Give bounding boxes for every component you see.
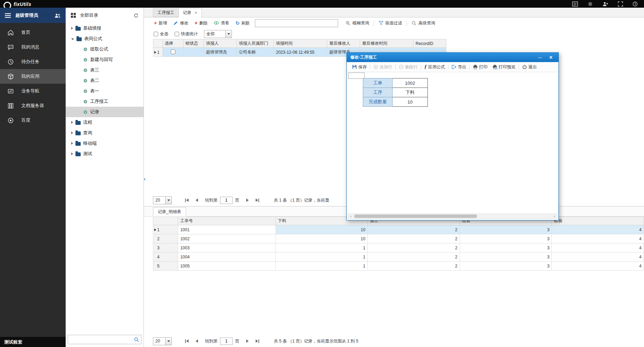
column-header[interactable]: 选择: [163, 39, 183, 48]
delete-button[interactable]: × 删除: [191, 20, 211, 26]
dialog-titlebar[interactable]: 修改-工序报工 ─ ×: [347, 53, 558, 62]
page-number-input[interactable]: [220, 197, 233, 204]
first-page-button[interactable]: [185, 198, 189, 202]
tab-process-report[interactable]: 工序报工: [153, 8, 179, 17]
column-header[interactable]: 填报人所属部门: [237, 39, 274, 48]
column-header[interactable]: 最后修改人: [327, 39, 360, 48]
tree-leaf-process-report[interactable]: 工序报工: [66, 96, 144, 107]
sidebar-item-home[interactable]: 首页: [0, 25, 66, 40]
scrollbar-track[interactable]: [353, 214, 552, 219]
hamburger-icon[interactable]: [5, 13, 11, 18]
print-preview-button[interactable]: 打印预览: [490, 64, 518, 70]
tree-leaf-table-one[interactable]: 表一: [66, 86, 144, 96]
table-row[interactable]: 2 1002 10 2 3 4: [153, 234, 644, 243]
next-page-button[interactable]: [246, 198, 249, 202]
tree-leaf-table-two[interactable]: 表二: [66, 75, 144, 86]
close-icon[interactable]: ×: [195, 10, 197, 15]
tree-folder-test[interactable]: 测试: [66, 149, 144, 159]
select-all-checkbox[interactable]: 全选: [154, 31, 168, 37]
column-header[interactable]: 检验: [552, 217, 644, 225]
table-row[interactable]: 5 1005 1 2 3 4: [153, 262, 644, 271]
sidebar-item-business-nav[interactable]: 业务导航: [0, 84, 66, 98]
prev-page-button[interactable]: [196, 339, 198, 343]
tree-folder-workflow[interactable]: 流程: [66, 117, 144, 128]
prev-page-button[interactable]: [196, 198, 198, 202]
page-number-input[interactable]: [220, 338, 233, 345]
refresh-icon[interactable]: [133, 13, 139, 18]
page-size-dropdown[interactable]: 20: [153, 196, 172, 204]
exit-button[interactable]: 退出: [520, 64, 539, 70]
save-button[interactable]: 保存: [350, 64, 369, 70]
users-group-icon[interactable]: [54, 13, 61, 18]
account-set-label: 测试账套: [0, 337, 66, 347]
table-row[interactable]: 3 1003 1 2 3 4: [153, 243, 644, 252]
last-page-button[interactable]: [256, 198, 259, 202]
tab-record[interactable]: 记录 ×: [178, 8, 202, 17]
scroll-left-icon[interactable]: ‹: [348, 214, 353, 219]
advanced-query-button[interactable]: 高级查询: [408, 20, 438, 26]
quick-stats-checkbox[interactable]: 快速统计: [175, 31, 198, 37]
column-header[interactable]: RecordID: [414, 39, 446, 48]
sidebar-item-baidu[interactable]: 百度: [0, 113, 66, 128]
sidebar-item-my-apps[interactable]: 我的应用: [0, 69, 66, 84]
column-header[interactable]: 填报时间: [274, 39, 327, 48]
field-value[interactable]: 10: [393, 97, 428, 107]
panel-icon[interactable]: [572, 1, 578, 7]
filter-button[interactable]: 筛选过滤: [375, 20, 405, 26]
tree-folder-query[interactable]: 查询: [66, 128, 144, 138]
scope-dropdown[interactable]: 全部: [204, 30, 232, 38]
export-button[interactable]: 导出: [449, 64, 469, 70]
last-page-button[interactable]: [256, 339, 259, 343]
edit-button[interactable]: 修改: [170, 20, 191, 26]
apply-formula-button[interactable]: ƒ 应用公式: [422, 64, 447, 70]
chevron-down-icon[interactable]: [165, 338, 171, 345]
checkbox[interactable]: [154, 32, 158, 36]
first-page-button[interactable]: [185, 339, 189, 343]
fullscreen-icon[interactable]: [618, 1, 623, 7]
clock-icon[interactable]: [632, 1, 638, 7]
tools-gear-icon[interactable]: [587, 1, 593, 7]
table-row[interactable]: 1 1001 10 2 3 4: [153, 225, 644, 234]
view-button[interactable]: 查看: [211, 20, 232, 26]
scrollbar-thumb[interactable]: [354, 214, 477, 218]
tree-leaf-extract-formula[interactable]: 提取公式: [66, 44, 144, 54]
tree-leaf-record[interactable]: 记录: [66, 107, 144, 117]
tree-folder-cross-table-formula[interactable]: 表间公式: [66, 33, 144, 44]
tree-folder-mobile[interactable]: 移动端: [66, 138, 144, 149]
sidebar-item-doc-server[interactable]: 文档服务器: [0, 98, 66, 113]
chevron-down-icon[interactable]: [225, 30, 232, 38]
column-header[interactable]: 工单号: [178, 217, 276, 225]
column-header[interactable]: 锁状态: [183, 39, 204, 48]
field-value[interactable]: 下料: [393, 88, 428, 97]
add-button[interactable]: + 新增: [151, 20, 170, 26]
column-header[interactable]: 最后修改时间: [360, 39, 414, 48]
tree-leaf-new-writeback[interactable]: 新建与回写: [66, 54, 144, 65]
horizontal-scrollbar[interactable]: ‹ ›: [348, 213, 557, 219]
search-icon[interactable]: [134, 337, 139, 342]
next-page-button[interactable]: [246, 339, 249, 343]
table-row[interactable]: 4 1004 1 2 3 4: [153, 252, 644, 262]
chevron-down-icon[interactable]: [165, 197, 171, 204]
order-cell: 1001: [178, 225, 276, 234]
checkbox[interactable]: [175, 32, 179, 36]
column-header[interactable]: 填报人: [204, 39, 237, 48]
tree-folder-basic-report[interactable]: 基础填报: [66, 23, 144, 33]
fuzzy-query-button[interactable]: 模糊查询: [342, 20, 372, 26]
user-add-icon[interactable]: [602, 1, 608, 7]
tree-search-input[interactable]: [68, 335, 134, 344]
scroll-right-icon[interactable]: ›: [552, 214, 557, 219]
sheet-corner-cell[interactable]: [348, 73, 365, 79]
minimize-icon[interactable]: ─: [536, 55, 544, 60]
sidebar-item-messages[interactable]: 我的消息: [0, 40, 66, 54]
page-size-dropdown[interactable]: 20: [153, 337, 172, 345]
tab-record-detail[interactable]: 记录_明细表: [153, 207, 186, 217]
quick-search-input[interactable]: [255, 19, 338, 27]
close-icon[interactable]: ×: [547, 55, 555, 60]
field-value[interactable]: 1002: [393, 78, 428, 88]
print-button[interactable]: 打印: [470, 64, 490, 70]
panel-collapse-icon[interactable]: ‹: [144, 177, 146, 181]
row-checkbox[interactable]: [171, 50, 175, 54]
tree-leaf-table-three[interactable]: 表三: [66, 65, 144, 75]
refresh-button[interactable]: ↻ 刷新: [232, 20, 253, 26]
sidebar-item-tasks[interactable]: 待办任务: [0, 54, 66, 69]
